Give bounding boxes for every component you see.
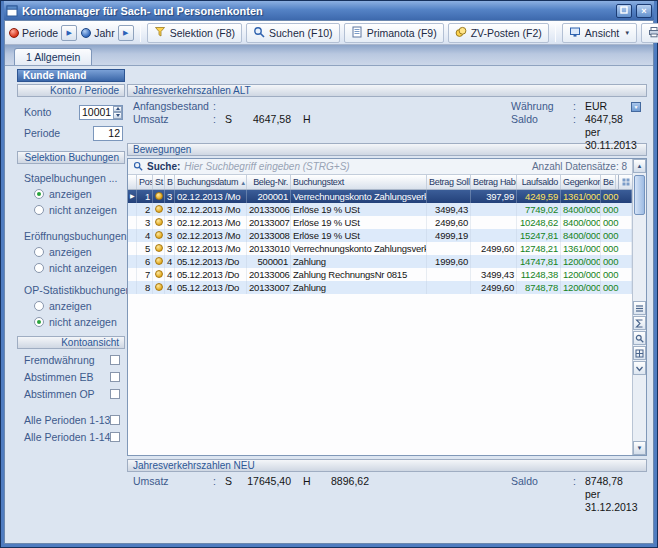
- radio-eroeffnung-anzeigen[interactable]: anzeigen: [34, 246, 125, 258]
- check-alle-perioden-14[interactable]: Alle Perioden 1-14: [24, 431, 120, 443]
- umsatz-neu-soll-value: 17645,40: [233, 475, 291, 488]
- grid-icon[interactable]: [633, 346, 646, 360]
- check-alle-perioden-13[interactable]: Alle Perioden 1-13: [24, 414, 120, 426]
- cell-datum: 02.12.2013 /Mo: [175, 242, 247, 255]
- monitor-icon: [569, 26, 581, 40]
- table-row[interactable]: 4302.12.2013 /Mo20133008Erlöse 19 % USt4…: [128, 229, 632, 242]
- window-title: Kontomanager für Sach- und Personenkonte…: [22, 5, 612, 17]
- column-header-st[interactable]: St: [153, 175, 165, 189]
- close-button[interactable]: ×: [636, 4, 652, 18]
- chevron-down-icon[interactable]: [633, 361, 646, 375]
- column-header-b[interactable]: B: [165, 175, 175, 189]
- radio-icon[interactable]: [34, 189, 44, 199]
- radio-eroeffnung-nicht-anzeigen[interactable]: nicht anzeigen: [34, 262, 125, 274]
- sum-icon[interactable]: [633, 316, 646, 330]
- radio-op-anzeigen[interactable]: anzeigen: [34, 300, 125, 312]
- filter-icon: [154, 26, 166, 40]
- cell-b: 3: [165, 203, 175, 216]
- checkbox-icon[interactable]: [110, 389, 120, 399]
- jvz-alt-section: Anfangsbestand : Währung : EUR ▼ Umsatz …: [127, 97, 647, 143]
- table-row[interactable]: 3302.12.2013 /Mo20133007Erlöse 19 % USt2…: [128, 216, 632, 229]
- column-header-beleg[interactable]: Beleg-Nr.: [247, 175, 291, 189]
- scrollbar-thumb[interactable]: [634, 175, 645, 215]
- konto-field-row: Konto: [24, 104, 123, 120]
- booking-status-icon: [155, 244, 163, 252]
- table-row[interactable]: ▶1302.12.2013 /Mo200001Verrechnungskonto…: [128, 190, 632, 203]
- toolbar-separator: [140, 24, 141, 42]
- radio-op-nicht-anzeigen[interactable]: nicht anzeigen: [34, 316, 125, 328]
- haben-indicator: H: [303, 113, 311, 126]
- search-input[interactable]: Hier Suchbegriff eingeben (STRG+S): [184, 161, 528, 172]
- table-row[interactable]: 7405.12.2013 /Do20133006Zahlung Rechnung…: [128, 268, 632, 281]
- column-header-laufsaldo[interactable]: Laufsaldo: [517, 175, 561, 189]
- konto-spinner[interactable]: [113, 106, 122, 119]
- toolbar-separator: [555, 24, 556, 42]
- radio-icon[interactable]: [34, 263, 44, 273]
- check-fremdwaehrung[interactable]: Fremdwährung: [24, 354, 120, 366]
- column-header-pos[interactable]: Pos.: [137, 175, 153, 189]
- cell-beleg: 200001: [247, 190, 291, 203]
- cell-be: 000: [601, 190, 632, 203]
- search-icon: [253, 26, 265, 40]
- spinner-down-icon[interactable]: [113, 112, 122, 119]
- eroeffnungsbuchungen-label: Eröffnungsbuchungen ...: [24, 230, 125, 242]
- menu-icon[interactable]: [633, 301, 646, 315]
- cell-soll: 4999,19: [427, 229, 471, 242]
- column-header-be[interactable]: Be: [601, 175, 616, 189]
- cell-laufsaldo: 14747,81: [517, 255, 561, 268]
- column-header-m[interactable]: [128, 175, 137, 189]
- cell-pos: 4: [137, 229, 153, 242]
- collapse-button[interactable]: ▼: [631, 102, 641, 112]
- radio-stapel-anzeigen[interactable]: anzeigen: [34, 188, 125, 200]
- jvz-alt-band: Jahresverkehrszahlen ALT: [127, 84, 647, 97]
- periode-input[interactable]: [93, 126, 123, 141]
- table-row[interactable]: 5302.12.2013 /Mo20133010Verrechnungskont…: [128, 242, 632, 255]
- selektion-button[interactable]: Selektion (F8): [147, 23, 242, 43]
- ansicht-button[interactable]: Ansicht ▼: [562, 23, 637, 43]
- scroll-up-button[interactable]: ▲: [633, 159, 646, 173]
- table-scrollbar[interactable]: ▲ ▼: [632, 159, 646, 455]
- table-row[interactable]: 6405.12.2013 /Do500001Zahlung1999,601474…: [128, 255, 632, 268]
- jahr-next-button[interactable]: ▶: [118, 25, 134, 41]
- column-header-soll[interactable]: Betrag Soll: [427, 175, 471, 189]
- scroll-down-button[interactable]: ▼: [633, 441, 646, 455]
- zv-posten-button[interactable]: ZV-Posten (F2): [448, 23, 549, 43]
- checkbox-icon[interactable]: [110, 432, 120, 442]
- check-abstimmen-op[interactable]: Abstimmen OP: [24, 388, 120, 400]
- radio-icon[interactable]: [34, 205, 44, 215]
- cell-laufsaldo: 10248,62: [517, 216, 561, 229]
- checkbox-icon[interactable]: [110, 372, 120, 382]
- table-row[interactable]: 2302.12.2013 /Mo20133006Erlöse 19 % USt3…: [128, 203, 632, 216]
- radio-icon[interactable]: [34, 317, 44, 327]
- cell-b: 4: [165, 281, 175, 294]
- column-header-gegenkonto[interactable]: Gegenkonto: [561, 175, 601, 189]
- cell-soll: 2499,60: [427, 216, 471, 229]
- primanota-button[interactable]: Primanota (F9): [344, 23, 444, 43]
- radio-icon[interactable]: [34, 247, 44, 257]
- cell-datum: 05.12.2013 /Do: [175, 255, 247, 268]
- maximize-button[interactable]: [616, 4, 632, 18]
- cell-gegenkonto: 1200/000: [561, 268, 601, 281]
- column-header-haben[interactable]: Betrag Haben: [471, 175, 517, 189]
- bewegungen-table: Suche: Hier Suchbegriff eingeben (STRG+S…: [127, 158, 647, 456]
- radio-stapel-nicht-anzeigen[interactable]: nicht anzeigen: [34, 204, 125, 216]
- cell-pos: 5: [137, 242, 153, 255]
- drucken-button[interactable]: Drucken: [641, 23, 658, 43]
- checkbox-icon[interactable]: [110, 415, 120, 425]
- column-header-datum[interactable]: Buchungsdatum▲: [175, 175, 247, 189]
- suchen-button[interactable]: Suchen (F10): [246, 23, 340, 43]
- column-options-button[interactable]: [618, 175, 632, 189]
- cell-haben: [471, 255, 517, 268]
- periode-next-button[interactable]: ▶: [61, 25, 77, 41]
- check-abstimmen-eb[interactable]: Abstimmen EB: [24, 371, 120, 383]
- cell-be: 000: [601, 216, 632, 229]
- radio-icon[interactable]: [34, 301, 44, 311]
- column-header-text[interactable]: Buchungstext: [291, 175, 427, 189]
- search-icon[interactable]: [633, 331, 646, 345]
- cell-pos: 2: [137, 203, 153, 216]
- cell-st: [153, 190, 165, 203]
- tab-allgemein[interactable]: 1 Allgemein: [14, 48, 92, 65]
- checkbox-icon[interactable]: [110, 355, 120, 365]
- table-row[interactable]: 8405.12.2013 /Do20133007Zahlung2499,6087…: [128, 281, 632, 294]
- cell-laufsaldo: 7749,02: [517, 203, 561, 216]
